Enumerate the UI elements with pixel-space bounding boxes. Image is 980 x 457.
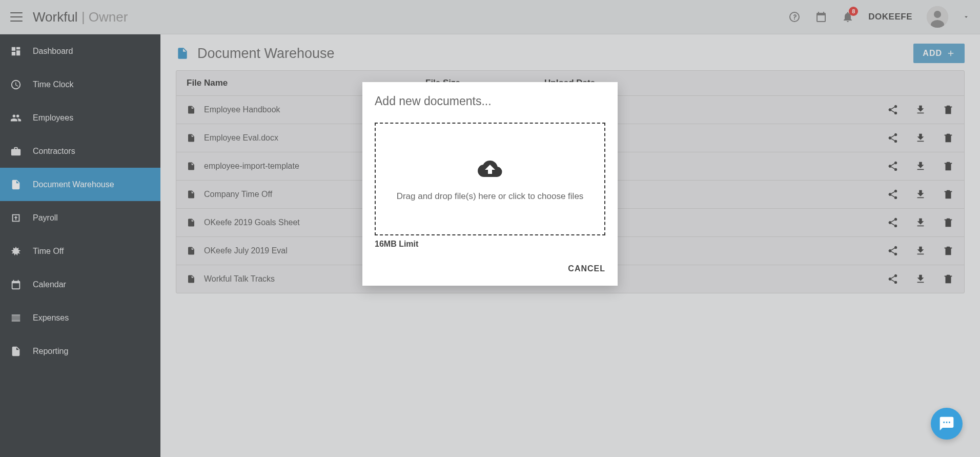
upload-limit: 16MB Limit [375, 240, 605, 249]
chat-fab[interactable] [931, 408, 963, 440]
dropzone-text: Drag and drop file(s) here or click to c… [397, 191, 584, 202]
dropzone[interactable]: Drag and drop file(s) here or click to c… [375, 123, 605, 235]
add-documents-modal: Add new documents... Drag and drop file(… [362, 82, 618, 286]
cancel-button[interactable]: CANCEL [568, 264, 605, 273]
modal-title: Add new documents... [375, 94, 605, 108]
cloud-upload-icon [473, 156, 507, 181]
modal-overlay[interactable]: Add new documents... Drag and drop file(… [0, 0, 980, 457]
